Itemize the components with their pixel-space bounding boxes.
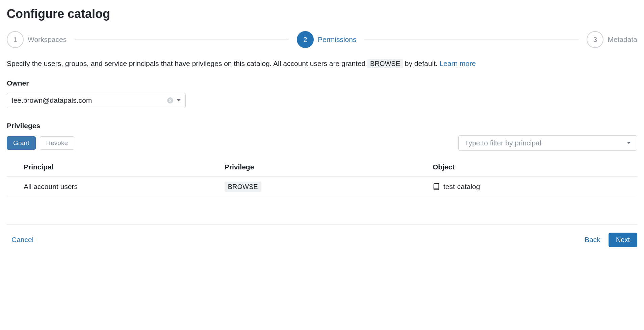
col-privilege: Privilege: [221, 158, 429, 177]
step-label-2: Permissions: [318, 36, 356, 44]
cell-principal: All account users: [7, 176, 221, 197]
step-metadata[interactable]: 3 Metadata: [587, 31, 637, 48]
catalog-icon: [433, 183, 440, 190]
chevron-down-icon[interactable]: [627, 142, 631, 144]
description-text: Specify the users, groups, and service p…: [7, 60, 367, 67]
step-label-1: Workspaces: [28, 36, 67, 44]
permissions-description: Specify the users, groups, and service p…: [7, 58, 637, 69]
step-circle-1: 1: [7, 31, 24, 48]
owner-select[interactable]: lee.brown@datapals.com: [7, 93, 186, 108]
page-title: Configure catalog: [7, 7, 637, 21]
step-workspaces[interactable]: 1 Workspaces: [7, 31, 67, 48]
step-line: [364, 40, 578, 40]
col-object: Object: [429, 158, 637, 177]
cell-object: test-catalog: [429, 176, 637, 197]
cancel-button[interactable]: Cancel: [7, 234, 38, 246]
learn-more-link[interactable]: Learn more: [440, 60, 476, 67]
next-button[interactable]: Next: [609, 233, 637, 247]
wizard-footer: Cancel Back Next: [7, 224, 637, 247]
back-button[interactable]: Back: [580, 234, 605, 246]
chevron-down-icon[interactable]: [177, 99, 181, 101]
privileges-table: Principal Privilege Object All account u…: [7, 158, 637, 197]
privileges-label: Privileges: [7, 122, 637, 130]
revoke-button[interactable]: Revoke: [40, 136, 74, 150]
step-label-3: Metadata: [608, 36, 637, 44]
wizard-stepper: 1 Workspaces 2 Permissions 3 Metadata: [7, 31, 637, 48]
owner-value: lee.brown@datapals.com: [12, 96, 92, 104]
cell-privilege: BROWSE: [221, 176, 429, 197]
browse-badge: BROWSE: [367, 59, 403, 68]
grant-button[interactable]: Grant: [7, 136, 36, 150]
privilege-badge: BROWSE: [225, 182, 261, 192]
col-principal: Principal: [7, 158, 221, 177]
filter-placeholder: Type to filter by principal: [465, 139, 541, 147]
table-row[interactable]: All account users BROWSE test-catalog: [7, 176, 637, 197]
step-circle-2: 2: [297, 31, 314, 48]
step-line: [75, 40, 289, 40]
owner-label: Owner: [7, 79, 637, 87]
step-permissions[interactable]: 2 Permissions: [297, 31, 356, 48]
object-name: test-catalog: [443, 183, 480, 191]
filter-principal-select[interactable]: Type to filter by principal: [458, 135, 637, 151]
step-circle-3: 3: [587, 31, 603, 48]
clear-icon[interactable]: [167, 97, 173, 103]
description-text-after: by default.: [405, 60, 440, 67]
